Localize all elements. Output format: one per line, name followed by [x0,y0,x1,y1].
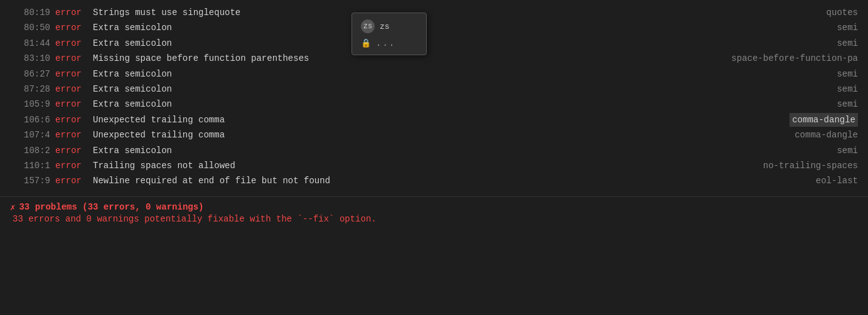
severity-label: error [55,174,93,188]
terminal-output: 80:19errorStrings must use singlequotequ… [0,0,868,234]
log-line: 108:2errorExtra semicolonsemi [0,143,868,158]
line-number: 157:9 [10,174,55,188]
log-line: 80:19errorStrings must use singlequotequ… [0,5,868,20]
summary-line2: 33 errors and 0 warnings potentially fix… [10,214,858,224]
severity-label: error [55,21,93,35]
error-message: Newline required at end of file but not … [93,174,806,188]
rule-name: comma-dangle [790,113,858,127]
line-number: 87:28 [10,82,55,96]
log-line: 83:10errorMissing space before function … [0,51,868,66]
tooltip-user-row: zs zs [361,19,417,33]
rule-name: semi [827,144,858,158]
line-number: 110:1 [10,159,55,173]
line-number: 107:4 [10,128,55,142]
severity-label: error [55,128,93,142]
severity-label: error [55,97,93,111]
summary-problems-text: 33 problems (33 errors, 0 warnings) [19,202,203,212]
error-message: Unexpected trailing comma [93,128,785,142]
log-line: 105:9errorExtra semicolonsemi [0,97,868,112]
log-line: 106:6errorUnexpected trailing commacomma… [0,112,868,127]
tooltip-overlay: zs zs 🔒 ... [351,13,427,55]
severity-label: error [55,36,93,50]
lock-icon: 🔒 [361,38,371,48]
rule-name: eol-last [806,174,858,188]
log-line: 80:50errorExtra semicolonsemi [0,20,868,35]
log-line: 107:4errorUnexpected trailing commacomma… [0,127,868,142]
severity-label: error [55,82,93,96]
log-line: 110:1errorTrailing spaces not allowedno-… [0,158,868,173]
rule-name: comma-dangle [785,128,858,142]
rule-name: semi [827,36,858,50]
summary-line1: ✗ 33 problems (33 errors, 0 warnings) [10,202,858,213]
error-message: Extra semicolon [93,144,827,158]
log-line: 86:27errorExtra semicolonsemi [0,67,868,82]
summary-section: ✗ 33 problems (33 errors, 0 warnings) 33… [0,196,868,229]
severity-label: error [55,6,93,19]
log-lines-container: 80:19errorStrings must use singlequotequ… [0,5,868,189]
rule-name: semi [827,82,858,96]
error-message: Extra semicolon [93,21,827,35]
log-line: 157:9errorNewline required at end of fil… [0,173,868,188]
severity-label: error [55,144,93,158]
cross-icon: ✗ [10,202,15,213]
line-number: 81:44 [10,36,55,50]
line-number: 86:27 [10,67,55,81]
log-line: 81:44errorExtra semicolonsemi [0,36,868,51]
error-message: Trailing spaces not allowed [93,159,753,173]
summary-fix-text: 33 errors and 0 warnings potentially fix… [13,214,377,224]
line-number: 105:9 [10,97,55,111]
error-message: Extra semicolon [93,97,827,111]
log-line: 87:28errorExtra semicolonsemi [0,82,868,97]
line-number: 108:2 [10,144,55,158]
severity-label: error [55,51,93,65]
severity-label: error [55,113,93,127]
avatar: zs [361,19,375,33]
avatar-initials: zs [363,22,372,31]
rule-name: quotes [817,6,858,19]
tooltip-username: zs [380,22,390,31]
line-number: 106:6 [10,113,55,127]
tooltip-lock-row: 🔒 ... [361,38,417,48]
line-number: 80:50 [10,21,55,35]
error-message: Extra semicolon [93,67,827,81]
rule-name: semi [827,97,858,111]
severity-label: error [55,159,93,173]
rule-name: space-before-function-pa [721,51,858,65]
error-message: Extra semicolon [93,36,827,50]
error-message: Unexpected trailing comma [93,113,790,127]
error-message: Extra semicolon [93,82,827,96]
line-number: 80:19 [10,6,55,19]
rule-name: semi [827,21,858,35]
rule-name: no-trailing-spaces [753,159,858,173]
tooltip-dots: ... [376,38,395,48]
severity-label: error [55,67,93,81]
line-number: 83:10 [10,51,55,65]
error-message: Strings must use singlequote [93,6,817,19]
rule-name: semi [827,67,858,81]
